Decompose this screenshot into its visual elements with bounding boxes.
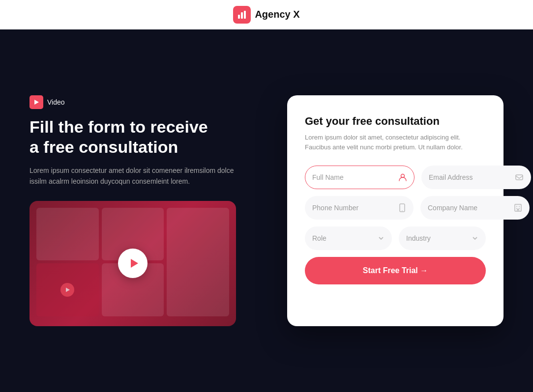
phone-icon [398,203,406,212]
svg-rect-6 [516,175,523,180]
left-title: Fill the form to receive a free consulta… [30,117,258,157]
svg-rect-0 [238,15,240,19]
company-field[interactable] [420,196,530,220]
form-row-2 [305,196,486,220]
industry-field[interactable]: Industry Technology Finance Healthcare E… [399,226,486,250]
header: Agency X [0,0,533,29]
form-row-3: Role Manager Developer Designer Executiv… [305,226,486,250]
chevron-industry-icon [472,235,478,242]
thumb-card-1 [36,208,99,261]
play-badge-icon [30,95,43,109]
left-description: Lorem ipsum consectetur amet dolor sit c… [30,165,236,187]
form-card: Get your free consultation Lorem ipsum d… [287,95,503,326]
video-thumbnail[interactable] [30,201,236,326]
svg-marker-4 [131,259,138,268]
left-panel: Video Fill the form to receive a free co… [30,95,258,326]
email-icon [515,173,524,182]
role-select[interactable]: Role Manager Developer Designer Executiv… [312,234,378,242]
thumb-card-4 [36,263,99,316]
full-name-field[interactable] [305,166,415,189]
industry-select[interactable]: Industry Technology Finance Healthcare E… [406,234,472,242]
logo: Agency X [233,6,299,24]
form-subtitle: Lorem ipsum dolor sit amet, consectetur … [305,133,486,152]
video-badge-label: Video [47,98,65,106]
role-field[interactable]: Role Manager Developer Designer Executiv… [305,226,392,250]
form-title: Get your free consultation [305,115,486,128]
logo-text: Agency X [255,9,299,20]
phone-input[interactable] [312,204,398,212]
logo-icon [233,6,251,24]
user-icon [398,173,407,182]
submit-label: Start Free Trial → [363,266,428,275]
main-content: Video Fill the form to receive a free co… [0,29,533,392]
email-input[interactable] [429,173,515,181]
left-title-line1: Fill the form to receive [30,117,208,136]
svg-rect-9 [515,204,521,211]
svg-rect-2 [244,11,246,19]
svg-point-8 [402,210,403,211]
thumb-circle-icon [60,283,74,297]
chevron-role-icon [378,235,385,242]
left-title-line2: a free consultation [30,138,178,156]
building-icon [514,203,522,212]
svg-marker-3 [34,100,39,105]
thumb-card-3 [167,208,229,316]
full-name-input[interactable] [312,173,398,181]
form-row-1 [305,166,486,189]
play-button[interactable] [118,249,148,278]
email-field[interactable] [421,166,531,189]
svg-rect-1 [241,12,243,19]
submit-button[interactable]: Start Free Trial → [305,257,486,284]
phone-field[interactable] [305,196,414,220]
video-badge: Video [30,95,258,109]
company-input[interactable] [428,204,514,212]
